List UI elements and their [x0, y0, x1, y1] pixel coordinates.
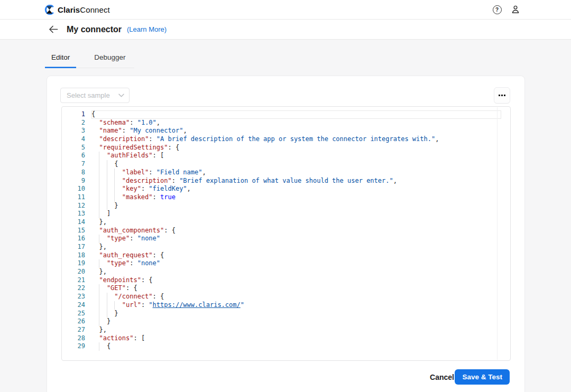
code-line: } — [91, 318, 501, 326]
code-row[interactable]: 23 "/connect": { — [62, 293, 510, 301]
code-line: "endpoints": { — [91, 276, 501, 285]
code-line: "description": "A brief description of t… — [91, 135, 501, 144]
line-number: 22 — [62, 284, 85, 293]
connector-editor-card: Select sample 1{2 "schema": "1.0",3 "nam… — [47, 76, 525, 392]
save-and-test-button[interactable]: Save & Test — [455, 369, 510, 385]
code-editor[interactable]: 1{2 "schema": "1.0",3 "name": "My connec… — [61, 106, 511, 361]
code-line: }, — [91, 243, 501, 251]
code-row[interactable]: 3 "name": "My connector", — [62, 127, 510, 135]
code-line: "type": "none" — [91, 235, 501, 243]
line-number: 9 — [62, 177, 85, 185]
code-row[interactable]: 20 }, — [62, 268, 510, 276]
code-row[interactable]: 16 "type": "none" — [62, 235, 510, 243]
code-row[interactable]: 18 "auth_request": { — [62, 251, 510, 260]
code-line: }, — [91, 268, 501, 276]
code-row[interactable]: 25 } — [62, 310, 510, 318]
line-number: 13 — [62, 210, 85, 218]
line-number: 14 — [62, 218, 85, 227]
line-number: 25 — [62, 310, 85, 318]
account-button[interactable] — [509, 3, 522, 16]
learn-more-link[interactable]: (Learn More) — [127, 25, 167, 33]
select-sample-placeholder: Select sample — [67, 91, 118, 99]
tab-editor[interactable]: Editor — [45, 49, 76, 68]
code-row[interactable]: 7 { — [62, 160, 510, 169]
line-number: 24 — [62, 301, 85, 310]
code-row[interactable]: 15 "auth_components": { — [62, 227, 510, 235]
code-row[interactable]: 17 }, — [62, 243, 510, 251]
code-row[interactable]: 10 "key": "fieldKey", — [62, 185, 510, 193]
line-number: 26 — [62, 318, 85, 326]
line-number: 8 — [62, 169, 85, 177]
help-button[interactable]: ? — [491, 3, 503, 16]
code-row[interactable]: 14 }, — [62, 218, 510, 227]
code-line: "masked": true — [91, 193, 501, 202]
back-button[interactable] — [49, 24, 59, 35]
line-number: 7 — [62, 160, 85, 169]
code-line: "url": "https://www.claris.com/" — [91, 301, 501, 310]
chevron-down-icon — [118, 94, 124, 97]
top-bar: ClarisConnect ? — [0, 0, 571, 20]
code-line: } — [91, 202, 501, 210]
code-row[interactable]: 27 }, — [62, 326, 510, 334]
code-row[interactable]: 6 "authFields": [ — [62, 152, 510, 160]
code-line: "actions": [ — [91, 334, 501, 343]
code-row[interactable]: 28 "actions": [ — [62, 334, 510, 343]
code-row[interactable]: 2 "schema": "1.0", — [62, 119, 510, 127]
code-editor-lines: 1{2 "schema": "1.0",3 "name": "My connec… — [62, 107, 510, 360]
claris-connect-logo[interactable]: ClarisConnect — [44, 5, 110, 15]
help-icon: ? — [493, 5, 502, 14]
line-number: 2 — [62, 119, 85, 127]
code-row[interactable]: 24 "url": "https://www.claris.com/" — [62, 301, 510, 310]
code-row[interactable]: 13 ] — [62, 210, 510, 218]
line-number: 29 — [62, 342, 85, 351]
line-number: 18 — [62, 251, 85, 260]
code-row[interactable]: 1{ — [62, 110, 510, 119]
code-line: "description": "Brief explanation of wha… — [91, 177, 501, 185]
code-line: "GET": { — [91, 284, 501, 293]
code-row[interactable]: 8 "label": "Field name", — [62, 169, 510, 177]
code-line: "requiredSettings": { — [91, 144, 501, 152]
line-number: 23 — [62, 293, 85, 301]
code-line: "/connect": { — [91, 293, 501, 301]
arrow-left-icon — [49, 25, 58, 33]
code-row[interactable]: 11 "masked": true — [62, 193, 510, 202]
code-line: { — [91, 110, 501, 119]
url-link[interactable]: https://www.claris.com/ — [153, 301, 241, 309]
line-number: 16 — [62, 235, 85, 243]
code-line: "authFields": [ — [91, 152, 501, 160]
cancel-button[interactable]: Cancel — [430, 370, 454, 385]
code-line: "name": "My connector", — [91, 127, 501, 135]
line-number: 11 — [62, 193, 85, 202]
code-row[interactable]: 9 "description": "Brief explanation of w… — [62, 177, 510, 185]
tab-bar: Editor Debugger — [45, 49, 134, 68]
code-row[interactable]: 22 "GET": { — [62, 284, 510, 293]
line-number: 10 — [62, 185, 85, 193]
code-row[interactable]: 21 "endpoints": { — [62, 276, 510, 285]
line-number: 17 — [62, 243, 85, 251]
code-line: { — [91, 342, 501, 351]
code-row[interactable]: 4 "description": "A brief description of… — [62, 135, 510, 144]
code-line: "type": "none" — [91, 259, 501, 268]
code-row[interactable]: 12 } — [62, 202, 510, 210]
brand-text: ClarisConnect — [58, 5, 110, 14]
code-row[interactable]: 5 "requiredSettings": { — [62, 144, 510, 152]
code-line: "auth_components": { — [91, 227, 501, 235]
line-number: 3 — [62, 127, 85, 135]
code-row[interactable]: 26 } — [62, 318, 510, 326]
code-line: "schema": "1.0", — [91, 119, 501, 127]
tab-debugger[interactable]: Debugger — [76, 49, 134, 68]
code-row[interactable]: 29 { — [62, 342, 510, 351]
line-number: 5 — [62, 144, 85, 152]
account-icon — [510, 4, 521, 15]
page-title: My connector — [67, 25, 122, 34]
line-number: 15 — [62, 227, 85, 235]
code-line: "auth_request": { — [91, 251, 501, 260]
select-sample-dropdown[interactable]: Select sample — [60, 88, 130, 103]
line-number: 6 — [62, 152, 85, 160]
more-options-button[interactable] — [494, 87, 510, 104]
page-header: My connector (Learn More) — [0, 20, 571, 40]
line-number: 19 — [62, 259, 85, 268]
line-number: 20 — [62, 268, 85, 276]
code-row[interactable]: 19 "type": "none" — [62, 259, 510, 268]
code-line: { — [91, 160, 501, 169]
